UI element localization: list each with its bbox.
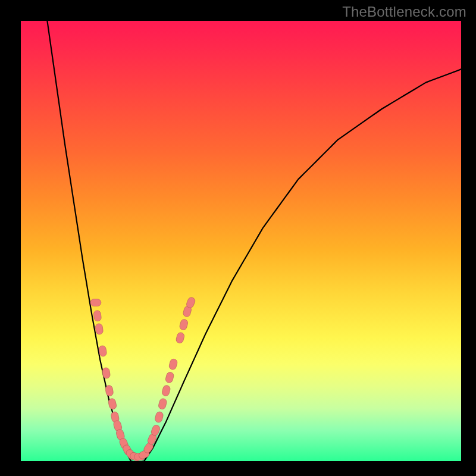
svg-rect-1	[93, 310, 102, 321]
chart-frame: TheBottleneck.com	[0, 0, 476, 476]
svg-rect-4	[102, 367, 111, 379]
curve-right-branch	[144, 69, 461, 461]
svg-rect-19	[154, 411, 164, 423]
data-dot	[90, 299, 101, 306]
svg-rect-2	[95, 323, 104, 334]
data-dot	[105, 385, 114, 397]
data-dot	[176, 332, 185, 344]
svg-rect-21	[161, 384, 171, 396]
curve-left-branch	[47, 21, 131, 461]
data-dot	[93, 310, 102, 321]
data-dot	[168, 358, 178, 370]
plot-area	[21, 21, 461, 461]
data-dot	[154, 411, 164, 423]
svg-rect-23	[168, 358, 178, 370]
chart-svg	[21, 21, 461, 461]
svg-rect-20	[158, 398, 167, 410]
svg-rect-5	[105, 385, 114, 397]
svg-rect-25	[179, 318, 189, 330]
data-dot	[165, 371, 174, 383]
svg-rect-0	[90, 299, 101, 306]
data-dot	[179, 318, 189, 330]
svg-rect-24	[176, 332, 185, 344]
watermark-text: TheBottleneck.com	[342, 4, 466, 20]
data-dot	[95, 323, 104, 334]
data-dot	[158, 398, 167, 410]
data-dot	[102, 367, 111, 379]
svg-rect-22	[165, 371, 174, 383]
data-dot	[161, 384, 171, 396]
